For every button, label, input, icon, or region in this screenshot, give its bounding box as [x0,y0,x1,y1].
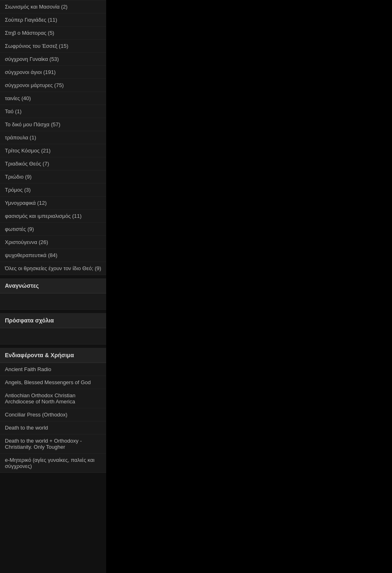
readers-section-header: Αναγνώστες [0,278,106,293]
list-item: Σωφρόνιος του Έσσεξ (15) [0,40,106,53]
useful-link[interactable]: Conciliar Press (Orthodox) [0,408,106,421]
category-link[interactable]: σύγχρονη Γυναίκα (53) [0,53,106,65]
category-link[interactable]: Τρόμος (3) [0,184,106,196]
list-item: Angels, Blessed Messengers of God [0,376,106,389]
readers-label: Αναγνώστες [5,282,39,289]
category-link[interactable]: Χριστούγεννα (26) [0,236,106,248]
sidebar: Σιωνισμός και Μασονία (2)Σούπερ Γιαγιάδε… [0,0,106,573]
recent-comments-block [0,328,106,345]
category-link[interactable]: Σωφρόνιος του Έσσεξ (15) [0,40,106,52]
list-item: φωτιστές (9) [0,223,106,236]
category-link[interactable]: τράπουλα (1) [0,131,106,144]
list-item: ταινίες (40) [0,92,106,105]
useful-links-list: Ancient Faith RadioAngels, Blessed Messe… [0,363,106,473]
category-link[interactable]: Υμνογραφικά (12) [0,197,106,209]
list-item: Το δικό μου Πάσχα (57) [0,118,106,131]
list-item: σύγχρονοι μάρτυρες (75) [0,79,106,92]
category-link[interactable]: σύγχρονοι άγιοι (191) [0,66,106,78]
list-item: φασισμός και ιμπεριαλισμός (11) [0,210,106,223]
list-item: Χριστούγεννα (26) [0,236,106,249]
list-item: Στηβ ο Μάστορας (5) [0,27,106,40]
list-item: Ταό (1) [0,105,106,118]
category-link[interactable]: Τρίτος Κόσμος (21) [0,144,106,157]
category-link[interactable]: Σούπερ Γιαγιάδες (11) [0,13,106,26]
category-link[interactable]: ταινίες (40) [0,92,106,105]
useful-link[interactable]: Death to the world [0,421,106,434]
list-item: ψυχοθεραπευτικά (84) [0,249,106,262]
list-item: σύγχρονοι άγιοι (191) [0,66,106,79]
category-link[interactable]: Ταό (1) [0,105,106,118]
category-link[interactable]: σύγχρονοι μάρτυρες (75) [0,79,106,92]
category-link[interactable]: Όλες οι θρησκείες έχουν τον ίδιο Θεό; (9… [0,262,106,275]
list-item: Death to the world [0,421,106,434]
category-link[interactable]: Τριαδικός Θεός (7) [0,157,106,170]
useful-label: Ενδιαφέροντα & Χρήσιμα [5,352,74,358]
list-item: Τρίτος Κόσμος (21) [0,144,106,157]
list-item: Τρόμος (3) [0,184,106,197]
useful-link[interactable]: Ancient Faith Radio [0,363,106,376]
recent-comments-section-header: Πρόσφατα σχόλια [0,313,106,328]
list-item: e-Μητερικό (αγίες γυναίκες, παλιές και σ… [0,454,106,473]
list-item: σύγχρονη Γυναίκα (53) [0,53,106,66]
list-item: Τριώδιο (9) [0,170,106,184]
list-item: Όλες οι θρησκείες έχουν τον ίδιο Θεό; (9… [0,262,106,275]
category-link[interactable]: φασισμός και ιμπεριαλισμός (11) [0,210,106,222]
useful-link[interactable]: e-Μητερικό (αγίες γυναίκες, παλιές και σ… [0,454,106,472]
list-item: Σούπερ Γιαγιάδες (11) [0,13,106,27]
list-item: Υμνογραφικά (12) [0,197,106,210]
list-item: Death to the world + Orthodoxy - Christi… [0,434,106,454]
category-link[interactable]: φωτιστές (9) [0,223,106,235]
category-link[interactable]: Στηβ ο Μάστορας (5) [0,27,106,39]
list-item: Antiochian Orthodox Christian Archdioces… [0,389,106,408]
recent-comments-label: Πρόσφατα σχόλια [5,317,54,324]
useful-section-header: Ενδιαφέροντα & Χρήσιμα [0,348,106,363]
list-item: Τριαδικός Θεός (7) [0,157,106,170]
category-link[interactable]: Σιωνισμός και Μασονία (2) [0,0,106,13]
list-item: Ancient Faith Radio [0,363,106,376]
category-link[interactable]: ψυχοθεραπευτικά (84) [0,249,106,262]
useful-link[interactable]: Antiochian Orthodox Christian Archdioces… [0,389,106,408]
useful-link[interactable]: Angels, Blessed Messengers of God [0,376,106,389]
list-item: Σιωνισμός και Μασονία (2) [0,0,106,13]
list-item: Conciliar Press (Orthodox) [0,408,106,421]
useful-link[interactable]: Death to the world + Orthodoxy - Christi… [0,434,106,453]
category-link[interactable]: Το δικό μου Πάσχα (57) [0,118,106,131]
category-link[interactable]: Τριώδιο (9) [0,170,106,183]
readers-block [0,293,106,310]
category-menu: Σιωνισμός και Μασονία (2)Σούπερ Γιαγιάδε… [0,0,106,275]
list-item: τράπουλα (1) [0,131,106,144]
